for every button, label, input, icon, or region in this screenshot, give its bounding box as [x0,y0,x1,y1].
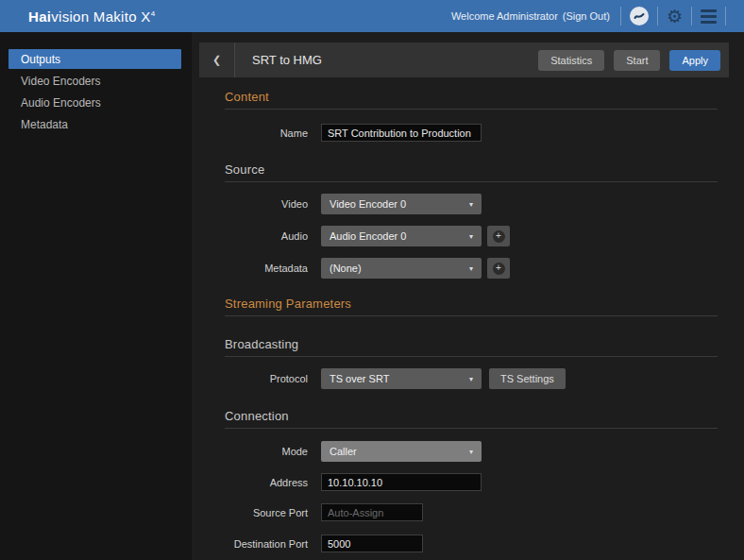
chevron-down-icon: ▾ [469,232,473,241]
brand-logo: Haivision Makito X4 [28,8,155,25]
video-source-dropdown[interactable]: Video Encoder 0 ▾ [321,194,482,214]
source-port-label: Source Port [225,507,308,518]
metadata-label: Metadata [225,263,308,274]
destination-port-input[interactable] [321,535,423,552]
metadata-source-dropdown[interactable]: (None) ▾ [321,258,482,279]
menu-bar [701,9,717,12]
name-row: Name [225,124,718,142]
brand-logo-rest: vision Makito X [51,8,150,25]
ts-settings-button[interactable]: TS Settings [489,368,566,389]
source-port-row: Source Port [225,503,718,521]
audio-source-value: Audio Encoder 0 [330,230,406,242]
video-source-value: Video Encoder 0 [330,198,406,210]
main-panel: ❮ SRT to HMG Statistics Start Apply Cont… [192,32,744,560]
chevron-down-icon: ▾ [469,448,473,456]
section-heading-broadcasting: Broadcasting [225,337,718,357]
mode-dropdown[interactable]: Caller ▾ [321,441,482,462]
page-title: SRT to HMG [252,53,529,67]
chevron-down-icon: ▾ [469,375,473,383]
topbar-right: Welcome Administrator (Sign Out) ⚙ [451,7,735,25]
panel-header: ❮ SRT to HMG Statistics Start Apply [199,42,729,77]
section-heading-content: Content [225,90,718,110]
chevron-down-icon: ▾ [469,264,473,273]
plus-icon: + [493,263,505,275]
start-button[interactable]: Start [614,50,660,71]
video-label: Video [225,198,308,210]
divider [657,7,658,25]
divider [691,7,692,25]
top-bar: Haivision Makito X4 Welcome Administrato… [0,0,744,32]
address-label: Address [225,477,308,488]
mode-row: Mode Caller ▾ [225,441,718,462]
chevron-down-icon: ▾ [469,200,473,209]
audio-row: Audio Audio Encoder 0 ▾ + [225,226,718,246]
welcome-text: Welcome Administrator [451,10,558,22]
back-button[interactable]: ❮ [199,42,235,77]
sidebar: Outputs Video Encoders Audio Encoders Me… [0,32,192,560]
address-row: Address [225,473,718,491]
address-input[interactable] [321,473,482,491]
sidebar-item-video-encoders[interactable]: Video Encoders [8,71,181,91]
plus-icon: + [493,230,505,243]
add-metadata-button[interactable]: + [487,258,510,279]
add-audio-button[interactable]: + [487,226,510,246]
name-input[interactable] [321,124,482,142]
sidebar-item-audio-encoders[interactable]: Audio Encoders [8,93,181,112]
status-icon[interactable] [630,7,649,25]
destination-port-label: Destination Port [225,538,308,550]
section-heading-source: Source [225,162,718,182]
sign-out-link[interactable]: (Sign Out) [563,10,610,22]
audio-label: Audio [225,230,308,242]
audio-source-dropdown[interactable]: Audio Encoder 0 ▾ [321,226,482,246]
hamburger-menu-icon[interactable] [701,9,717,24]
sidebar-item-metadata[interactable]: Metadata [8,114,181,134]
section-heading-streaming-parameters: Streaming Parameters [225,297,718,316]
source-port-input[interactable] [321,503,423,521]
protocol-row: Protocol TS over SRT ▾ TS Settings [225,368,718,389]
mode-value: Caller [330,446,357,457]
menu-bar [701,21,717,24]
metadata-row: Metadata (None) ▾ + [225,258,718,279]
mode-label: Mode [225,446,308,457]
destination-port-row: Destination Port [225,535,718,552]
statistics-button[interactable]: Statistics [538,50,604,71]
apply-button[interactable]: Apply [669,50,720,71]
gear-icon[interactable]: ⚙ [667,8,683,25]
page-body: Outputs Video Encoders Audio Encoders Me… [0,32,744,560]
metadata-source-value: (None) [330,263,362,274]
protocol-value: TS over SRT [330,373,389,384]
brand-logo-sup: 4 [151,9,156,18]
form-area: Content Name Source Video Video Encoder … [225,90,718,552]
brand-logo-bold: Hai [28,8,51,25]
video-row: Video Video Encoder 0 ▾ [225,194,718,214]
section-heading-connection: Connection [225,409,718,429]
wave-status-icon [633,9,646,23]
name-label: Name [225,127,308,139]
protocol-label: Protocol [225,373,308,384]
divider [725,7,726,25]
divider [620,7,621,25]
sidebar-item-outputs[interactable]: Outputs [8,49,181,69]
protocol-dropdown[interactable]: TS over SRT ▾ [321,368,482,389]
menu-bar [701,15,717,18]
